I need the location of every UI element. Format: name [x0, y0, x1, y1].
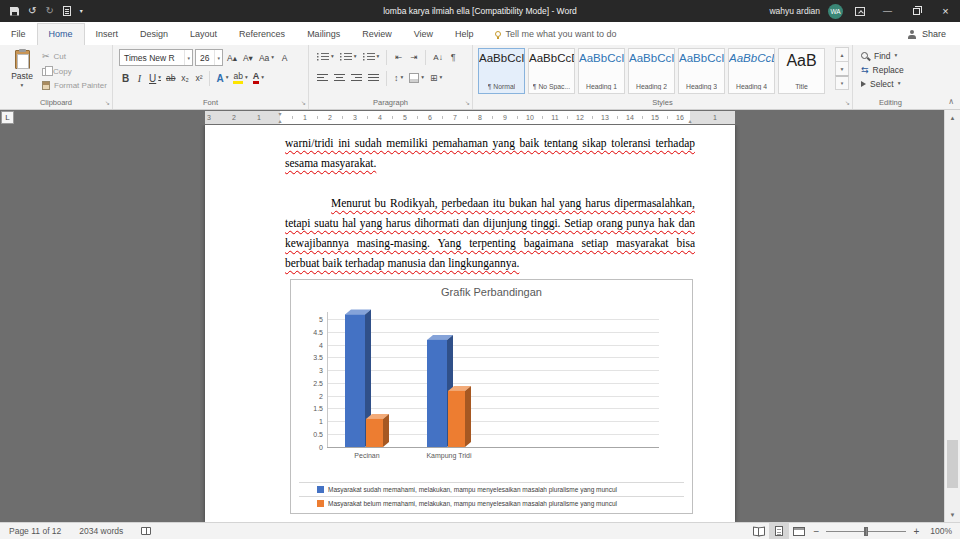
right-indent-marker[interactable]: ▴	[688, 118, 691, 124]
undo-icon[interactable]: ↺	[28, 6, 36, 16]
close-button[interactable]: ×	[931, 0, 960, 22]
redo-icon[interactable]: ↻	[45, 6, 53, 16]
user-name[interactable]: wahyu ardian	[769, 6, 820, 16]
print-layout-button[interactable]	[769, 523, 789, 539]
scrollbar-thumb[interactable]	[947, 440, 958, 488]
vertical-scrollbar[interactable]: ▲ ▼	[944, 110, 960, 522]
paragraph[interactable]: Menurut bu Rodikyah, perbedaan itu bukan…	[285, 193, 695, 273]
ruler-number: 1	[713, 114, 717, 121]
justify-button[interactable]	[366, 70, 381, 86]
scroll-up-icon[interactable]: ▲	[945, 110, 960, 125]
first-line-indent-marker[interactable]: ▾	[278, 111, 281, 117]
ribbon-display-options-icon[interactable]	[855, 7, 865, 16]
zoom-in-button[interactable]: +	[908, 526, 924, 537]
tell-me-box[interactable]: Tell me what you want to do	[485, 29, 627, 45]
borders-button[interactable]: ⊞▾	[428, 70, 444, 86]
zoom-out-button[interactable]: −	[809, 526, 825, 537]
touch-mode-icon[interactable]	[63, 6, 71, 16]
gallery-scroll-up-icon[interactable]: ▲	[835, 47, 849, 62]
sort-button[interactable]: A↓	[431, 49, 444, 65]
font-size-dropdown-icon[interactable]: ▾	[214, 50, 222, 65]
tab-help[interactable]: Help	[444, 24, 485, 45]
avatar[interactable]: WA	[828, 4, 843, 19]
paragraph[interactable]: warni/tridi ini sudah memiliki pemahaman…	[285, 133, 695, 173]
select-button[interactable]: Select ▾	[861, 79, 904, 89]
italic-button[interactable]: I	[133, 70, 146, 86]
highlight-button[interactable]: ab▾	[231, 70, 249, 86]
tab-references[interactable]: References	[228, 24, 296, 45]
scroll-down-icon[interactable]: ▼	[945, 507, 960, 522]
zoom-slider-thumb[interactable]	[864, 527, 868, 536]
format-painter-button[interactable]: Format Painter	[42, 81, 107, 90]
cut-button[interactable]: ✂ Cut	[42, 52, 107, 61]
tab-design[interactable]: Design	[129, 24, 179, 45]
find-button[interactable]: Find ▾	[861, 51, 904, 61]
bullets-button[interactable]: ▾	[315, 49, 336, 65]
copy-button[interactable]: Copy	[42, 66, 107, 76]
underline-button[interactable]: U▾	[147, 70, 163, 86]
font-color-button[interactable]: A▾	[251, 70, 266, 86]
gallery-scroll-down-icon[interactable]: ▼	[835, 61, 849, 76]
font-name-dropdown-icon[interactable]: ▾	[184, 50, 192, 65]
tab-file[interactable]: File	[0, 24, 37, 45]
hanging-indent-marker[interactable]: ▴	[278, 118, 281, 124]
paste-dropdown-icon[interactable]: ▾	[21, 83, 24, 89]
align-right-button[interactable]	[349, 70, 364, 86]
zoom-slider[interactable]	[826, 526, 906, 537]
align-left-button[interactable]	[315, 70, 330, 86]
clear-formatting-button[interactable]: A	[278, 50, 291, 66]
style-heading-3[interactable]: AaBbCcIHeading 3	[678, 48, 725, 94]
style-title[interactable]: AaBTitle	[778, 48, 825, 94]
ruler[interactable]: ▾ ▴ ▴ 321123456789101112131415161	[205, 111, 735, 124]
bold-button[interactable]: B	[119, 70, 132, 86]
tab-layout[interactable]: Layout	[179, 24, 228, 45]
embedded-chart[interactable]: Grafik Perbandingan 00.511.522.533.544.5…	[290, 279, 693, 514]
style-no-spac[interactable]: AaBbCcDc¶ No Spac...	[528, 48, 575, 94]
text-effects-button[interactable]: A▾	[214, 70, 230, 86]
share-button[interactable]: Share	[894, 29, 960, 45]
style-heading-1[interactable]: AaBbCcIHeading 1	[578, 48, 625, 94]
save-icon[interactable]	[10, 7, 19, 16]
paste-button[interactable]: Paste ▾	[6, 49, 38, 102]
font-size-combobox[interactable]: 26 ▾	[195, 49, 223, 66]
line-spacing-button[interactable]: ↕▾	[392, 70, 405, 86]
subscript-button[interactable]: x₂	[178, 70, 191, 86]
multilevel-list-button[interactable]: ▾	[361, 49, 382, 65]
shading-button[interactable]: ▾	[407, 70, 426, 86]
restore-button[interactable]	[902, 0, 931, 22]
numbering-button[interactable]: ▾	[338, 49, 359, 65]
read-mode-button[interactable]	[749, 523, 769, 539]
minimize-button[interactable]: —	[873, 0, 902, 22]
ruler-number: 8	[478, 114, 482, 121]
strikethrough-button[interactable]: ab	[164, 70, 177, 86]
align-center-button[interactable]	[332, 70, 347, 86]
replace-button[interactable]: ⇆ Replace	[861, 65, 904, 75]
shrink-font-button[interactable]: A▾	[241, 50, 255, 66]
change-case-button[interactable]: Aa▾	[257, 50, 276, 66]
page-number-indicator[interactable]: Page 11 of 12	[0, 526, 70, 536]
tab-insert[interactable]: Insert	[85, 24, 130, 45]
grow-font-button[interactable]: A▴	[225, 50, 239, 66]
superscript-button[interactable]: x²	[192, 70, 205, 86]
proofing-status-button[interactable]	[132, 527, 160, 535]
page[interactable]: warni/tridi ini sudah memiliki pemahaman…	[205, 125, 735, 522]
numbering-caret-icon: ▾	[354, 54, 357, 60]
gallery-more-icon[interactable]: ▾	[835, 75, 849, 90]
style-normal[interactable]: AaBbCcI¶ Normal	[478, 48, 525, 94]
word-count-indicator[interactable]: 2034 words	[70, 526, 132, 536]
increase-indent-button[interactable]: ⇥	[407, 49, 420, 65]
tab-review[interactable]: Review	[351, 24, 403, 45]
zoom-level[interactable]: 100%	[924, 526, 952, 536]
style-heading-2[interactable]: AaBbCcIHeading 2	[628, 48, 675, 94]
collapse-ribbon-button[interactable]: ∧	[948, 98, 954, 106]
tab-mailings[interactable]: Mailings	[296, 24, 351, 45]
decrease-indent-button[interactable]: ⇤	[392, 49, 405, 65]
show-hide-marks-button[interactable]: ¶	[447, 49, 460, 65]
qat-customize-icon[interactable]: ▾	[80, 8, 83, 14]
web-layout-button[interactable]	[789, 523, 809, 539]
tab-home[interactable]: Home	[37, 23, 85, 46]
style-heading-4[interactable]: AaBbCcDcHeading 4	[728, 48, 775, 94]
font-name-combobox[interactable]: Times New R ▾	[119, 49, 193, 66]
tab-view[interactable]: View	[403, 24, 444, 45]
tab-selector[interactable]: L	[1, 111, 14, 124]
